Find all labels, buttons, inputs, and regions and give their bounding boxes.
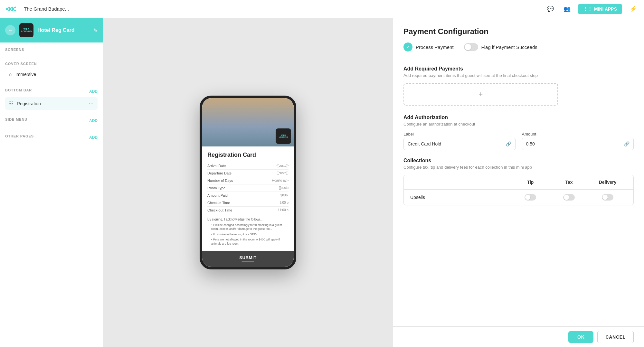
add-authorization-section: Add Authorization Configure an authoriza… bbox=[403, 115, 634, 150]
toggle-row: ✓ Process Payment Flag if Payment Succee… bbox=[403, 42, 634, 52]
side-menu-header: SIDE MENU ADD bbox=[5, 117, 98, 124]
right-panel-header: Payment Configuration ✓ Process Payment … bbox=[393, 18, 644, 58]
phone-form-row: Number of Days {{custo ay}} bbox=[207, 177, 289, 184]
collection-name-upsells: Upsells bbox=[410, 195, 511, 200]
upsells-delivery-toggle[interactable] bbox=[588, 194, 627, 201]
flag-payment-switch[interactable] bbox=[464, 43, 478, 51]
flag-payment-label: Flag if Payment Succeeds bbox=[481, 44, 537, 50]
side-menu-title: SIDE MENU bbox=[5, 117, 27, 121]
phone-form-row: Room Type {{custo bbox=[207, 184, 289, 192]
collections-subheading: Configure tax, tip and delivery fees for… bbox=[403, 165, 634, 170]
add-payments-heading: Add Required Payments bbox=[403, 66, 634, 72]
upsells-tip-toggle[interactable] bbox=[511, 194, 550, 201]
other-pages-section: OTHER PAGES ADD bbox=[0, 129, 103, 146]
flag-payment-toggle[interactable]: Flag if Payment Succeeds bbox=[464, 43, 537, 51]
phone-form-row: Departure Date {{custo}} bbox=[207, 170, 289, 177]
phone-mockup: WILDLODGING Registration Card Arrival Da… bbox=[200, 96, 296, 270]
phone-signing-text: By signing, I acknowledge the followi... bbox=[207, 217, 289, 222]
upsells-tip-knob bbox=[525, 195, 530, 200]
flash-icon[interactable]: ⚡ bbox=[627, 3, 639, 15]
hotel-logo: WILDLODGING bbox=[276, 128, 291, 144]
app-header: ← WILD LODGING Hotel Reg Card ✎ bbox=[0, 18, 103, 42]
upsells-delivery-knob bbox=[602, 195, 608, 200]
label-input-icon[interactable]: 🔗 bbox=[506, 141, 511, 146]
collections-row-upsells: Upsells bbox=[404, 190, 633, 205]
phone-form-row: Arrival Date {{custo}} bbox=[207, 162, 289, 170]
screens-section: SCREENS bbox=[0, 42, 103, 57]
bottom-bar-title: BOTTOM BAR bbox=[5, 88, 32, 92]
label-input-value: Credit Card Hold bbox=[408, 141, 441, 146]
mini-apps-button[interactable]: ⋮⋮ MINI APPS bbox=[578, 4, 622, 14]
collections-table: Tip Tax Delivery Upsells bbox=[403, 175, 634, 205]
edit-icon[interactable]: ✎ bbox=[93, 27, 98, 33]
label-field-label: Label bbox=[403, 132, 516, 136]
right-panel: Payment Configuration ✓ Process Payment … bbox=[393, 18, 644, 347]
bottom-bar-add-button[interactable]: ADD bbox=[89, 89, 98, 94]
upsells-tax-toggle[interactable] bbox=[550, 194, 588, 201]
label-field-group: Label Credit Card Hold 🔗 bbox=[403, 132, 516, 150]
phone-bullet-1: • I will be charged accordingly for th s… bbox=[207, 223, 289, 231]
sidebar-item-registration[interactable]: ☷ Registration ⋯ bbox=[5, 97, 98, 110]
collections-col-name bbox=[410, 180, 511, 185]
phone-bullet-3: • Pets are not allowed in the room. A $4… bbox=[207, 238, 289, 246]
left-sidebar: ← WILD LODGING Hotel Reg Card ✎ SCREENS … bbox=[0, 18, 103, 347]
submit-underline bbox=[242, 261, 254, 262]
amount-field-group: Amount 0.50 🔗 bbox=[522, 132, 634, 150]
label-input[interactable]: Credit Card Hold 🔗 bbox=[403, 138, 516, 150]
add-auth-subheading: Configure an authorization at checkout bbox=[403, 122, 634, 127]
more-icon[interactable]: ⋯ bbox=[89, 100, 94, 107]
app-logo: ⋘ bbox=[5, 5, 16, 14]
add-payment-button[interactable]: + bbox=[403, 83, 558, 106]
app-name-sidebar: Hotel Reg Card bbox=[37, 27, 90, 33]
team-icon[interactable]: 👥 bbox=[561, 3, 573, 15]
upsells-tip-switch[interactable] bbox=[525, 194, 536, 201]
center-preview: WILDLODGING Registration Card Arrival Da… bbox=[103, 18, 393, 347]
main-layout: ← WILD LODGING Hotel Reg Card ✎ SCREENS … bbox=[0, 18, 644, 347]
other-pages-title: OTHER PAGES bbox=[5, 134, 34, 138]
other-pages-header: OTHER PAGES ADD bbox=[5, 134, 98, 141]
flag-payment-knob bbox=[465, 44, 471, 50]
process-payment-label: Process Payment bbox=[416, 44, 454, 50]
add-payments-subheading: Add required payment items that guest wi… bbox=[403, 73, 634, 78]
add-auth-heading: Add Authorization bbox=[403, 115, 634, 120]
top-nav: ⋘ The Grand Budape... 💬 👥 ⋮⋮ MINI APPS ⚡ bbox=[0, 0, 644, 18]
plus-icon: + bbox=[479, 90, 483, 98]
phone-bullet-2: • If I smoke in the room, it is a $250..… bbox=[207, 232, 289, 237]
side-menu-add-button[interactable]: ADD bbox=[89, 118, 98, 123]
collections-col-delivery: Delivery bbox=[588, 180, 627, 185]
collections-heading: Collections bbox=[403, 158, 634, 164]
right-panel-body: Add Required Payments Add required payme… bbox=[393, 58, 644, 321]
screens-section-title: SCREENS bbox=[5, 48, 98, 52]
other-pages-add-button[interactable]: ADD bbox=[89, 135, 98, 140]
immersive-label: Immersive bbox=[15, 72, 94, 77]
side-menu-section: SIDE MENU ADD bbox=[0, 112, 103, 129]
process-payment-toggle[interactable]: ✓ Process Payment bbox=[403, 42, 454, 52]
sidebar-item-immersive[interactable]: ⌂ Immersive bbox=[5, 68, 98, 80]
ok-button[interactable]: OK bbox=[568, 331, 593, 343]
phone-submit-button[interactable]: SUBMIT bbox=[202, 251, 294, 267]
collections-col-tip: Tip bbox=[511, 180, 550, 185]
phone-title: Registration Card bbox=[207, 152, 289, 158]
bottom-bar: OK CANCEL bbox=[393, 326, 644, 347]
collections-col-tax: Tax bbox=[550, 180, 588, 185]
hotel-image: WILDLODGING bbox=[202, 98, 294, 146]
amount-input[interactable]: 0.50 🔗 bbox=[522, 138, 634, 150]
amount-input-icon[interactable]: 🔗 bbox=[624, 141, 630, 146]
chat-icon[interactable]: 💬 bbox=[545, 3, 556, 15]
bottom-bar-section: BOTTOM BAR ADD ☷ Registration ⋯ bbox=[0, 83, 103, 112]
back-button[interactable]: ← bbox=[5, 25, 15, 35]
app-name: The Grand Budape... bbox=[24, 6, 69, 12]
cancel-button[interactable]: CANCEL bbox=[597, 331, 634, 343]
amount-field-label: Amount bbox=[522, 132, 634, 136]
upsells-delivery-switch[interactable] bbox=[602, 194, 613, 201]
grid-icon: ⋮⋮ bbox=[583, 6, 592, 12]
upsells-tax-switch[interactable] bbox=[563, 194, 575, 201]
process-payment-check: ✓ bbox=[403, 42, 412, 52]
phone-form-row: Amount Paid $836. bbox=[207, 192, 289, 199]
phone-screen: WILDLODGING Registration Card Arrival Da… bbox=[202, 98, 294, 267]
collections-section: Collections Configure tax, tip and deliv… bbox=[403, 158, 634, 205]
label-amount-row: Label Credit Card Hold 🔗 Amount 0.50 🔗 bbox=[403, 132, 634, 150]
app-icon: WILD LODGING bbox=[19, 23, 33, 37]
registration-label: Registration bbox=[17, 101, 85, 106]
payment-config-title: Payment Configuration bbox=[403, 27, 634, 36]
